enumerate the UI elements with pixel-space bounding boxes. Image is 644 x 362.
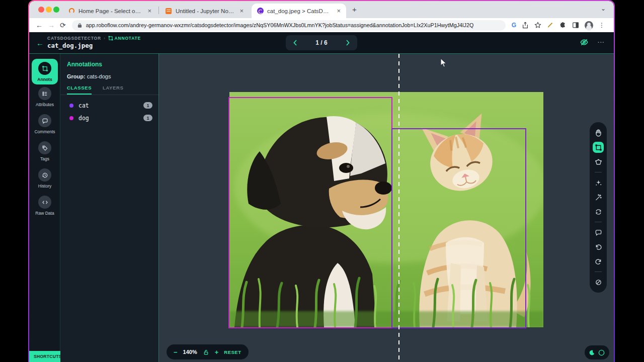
undo-button[interactable] [593,241,604,252]
toolbar-divider [595,172,602,172]
back-icon[interactable]: ← [36,21,43,29]
sidebar-item-annots[interactable]: Annots [32,59,58,84]
magic-wand-icon [595,194,602,201]
tab-roboflow-active[interactable]: cat_dog.jpeg > CatsDogsDete × [252,4,346,18]
reload-icon[interactable]: ⟳ [60,21,66,29]
tab-home-page[interactable]: Home Page - Select or create a × [63,4,157,18]
redo-button[interactable] [593,256,604,267]
repeat-icon [595,208,602,216]
app-header: ← CATSDOGSDETECTOR › ANNOTATE cat_dog.jp… [29,32,614,53]
breadcrumb-project[interactable]: CATSDOGSDETECTOR [47,36,101,41]
zoom-out-button[interactable]: − [174,348,178,356]
tab-classes[interactable]: CLASSES [67,85,92,95]
tab-title: Home Page - Select or create a [78,8,142,14]
extension-check-icon[interactable] [547,22,554,29]
bookmark-star-icon[interactable] [534,22,541,29]
class-label: dog [78,115,138,122]
browser-window-frame: Home Page - Select or create a × Untitle… [28,0,615,362]
polygon-tool-button[interactable] [593,156,604,167]
browser-action-icons: G ⋮ [512,21,605,30]
tab-strip: Home Page - Select or create a × Untitle… [29,1,614,18]
padlock-icon [77,23,83,28]
annotations-icon [38,62,51,75]
class-label: cat [78,102,138,109]
main-area: Annots Attributes Comments [29,53,614,362]
breadcrumb: CATSDOGSDETECTOR › ANNOTATE [47,36,141,41]
class-row-cat[interactable]: cat 1 [60,99,158,112]
theme-toggle[interactable] [585,345,609,359]
sidebar-item-history[interactable]: History [29,168,60,189]
repeat-previous-button[interactable] [593,206,604,217]
previous-image-button[interactable] [293,40,297,46]
annotation-canvas[interactable]: − 140% + RESET [158,54,614,362]
comment-tool-button[interactable] [593,227,604,238]
mouse-cursor [440,58,447,68]
maximize-window-button[interactable] [53,7,59,13]
breadcrumb-separator: › [104,36,106,41]
panel-divider [60,95,158,95]
panel-title: Annotations [67,61,102,68]
annotations-panel: Annotations Group: cats-dogs CLASSES LAY… [60,54,158,362]
zoom-reset-button[interactable]: RESET [224,349,241,355]
zoom-lock-open-icon[interactable] [203,349,209,355]
class-row-dog[interactable]: dog 1 [60,112,158,124]
breadcrumb-section[interactable]: ANNOTATE [108,36,141,41]
pan-tool-button[interactable] [593,127,604,138]
hide-annotations-eye-icon[interactable] [580,38,589,47]
tab-jupyter[interactable]: Untitled - Jupyter Notebook × [160,4,249,18]
sidebar-item-comments[interactable]: Comments [29,114,60,134]
bounding-box-tool-button[interactable] [593,142,604,153]
address-field[interactable]: app.roboflow.com/andrey-germanov-wxzmr/c… [72,20,506,31]
back-to-project-button[interactable]: ← [36,39,44,47]
tab-title: Untitled - Jupyter Notebook [176,8,234,14]
undo-icon [595,243,602,251]
forward-icon[interactable]: → [48,21,55,29]
smart-polygon-button[interactable] [593,177,604,188]
tab-title: cat_dog.jpeg > CatsDogsDete [267,8,332,14]
extensions-puzzle-icon[interactable] [559,22,567,29]
toolbar-divider [595,222,602,222]
group-value: cats-dogs [87,73,111,79]
image-filename: cat_dog.jpeg [47,42,93,49]
header-more-menu[interactable]: ··· [598,39,605,45]
moon-icon [589,349,595,356]
profile-avatar[interactable] [585,21,593,30]
next-image-button[interactable] [346,40,350,46]
group-label: Group: [67,73,86,79]
share-icon[interactable] [522,22,529,29]
url-bar: ← → ⟳ app.roboflow.com/andrey-germanov-w… [29,18,614,32]
cat-bounding-box[interactable] [391,128,526,328]
browser-menu-icon[interactable]: ⋮ [599,22,605,29]
tab-layers[interactable]: LAYERS [103,85,123,95]
sun-circle-icon [598,349,605,356]
url-text: app.roboflow.com/andrey-germanov-wxzmr/c… [86,22,474,28]
history-icon [38,168,51,182]
zoom-bar: − 140% + RESET [167,344,249,359]
hide-annotations-button[interactable] [593,277,604,288]
minimize-window-button[interactable] [46,7,52,13]
comments-icon [38,114,51,127]
null-circle-icon [595,279,602,286]
jupyter-icon [165,8,172,15]
dog-bounding-box[interactable] [228,97,392,328]
class-count-badge: 1 [143,115,152,121]
close-tab-icon[interactable]: × [335,7,342,15]
tool-toolbar [590,122,607,293]
tags-icon [38,141,51,154]
attributes-icon [38,87,51,100]
sidebar-item-tags[interactable]: Tags [29,141,60,161]
close-tab-icon[interactable]: × [146,7,153,15]
sidebar-item-attributes[interactable]: Attributes [29,87,60,107]
close-tab-icon[interactable]: × [238,7,245,15]
zoom-in-button[interactable]: + [215,348,219,356]
google-icon[interactable]: G [512,22,516,29]
group-row: Group: cats-dogs [67,73,111,79]
label-assist-button[interactable] [593,192,604,203]
tab-search-chevron-icon[interactable]: ⌄ [601,5,606,12]
close-window-button[interactable] [38,7,44,13]
sidebar-item-raw-data[interactable]: Raw Data [29,196,60,216]
zoom-level: 140% [183,349,197,355]
class-count-badge: 1 [143,102,152,109]
new-tab-button[interactable]: + [352,5,357,14]
sidebar-panel-icon[interactable] [572,22,579,29]
